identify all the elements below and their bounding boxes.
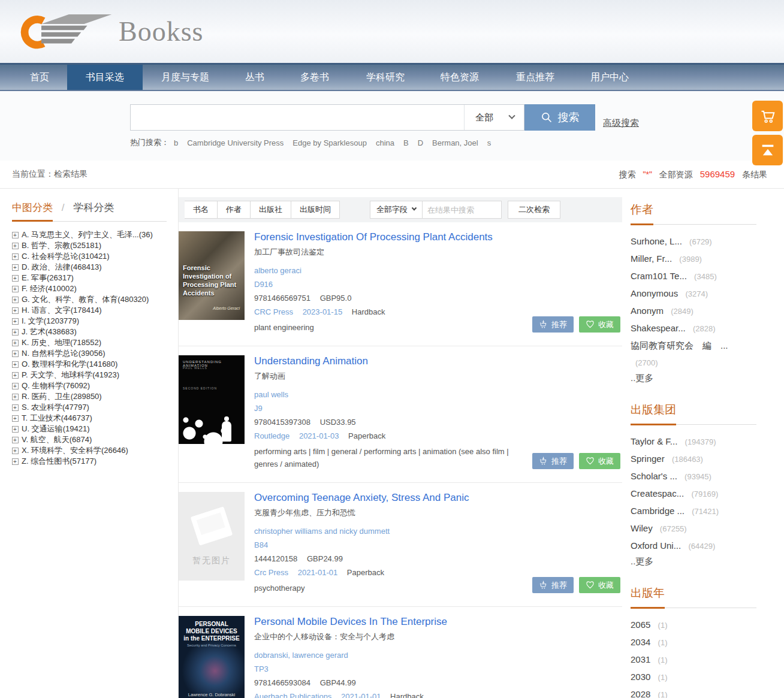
facet-link[interactable]: 2031 (631, 654, 650, 664)
search-scope-select[interactable]: 全部 (464, 105, 524, 130)
expand-icon[interactable] (12, 264, 19, 271)
book-publisher-link[interactable]: Crc Press (254, 568, 288, 577)
category-link[interactable]: G. 文化、科学、教育、体育480320 (22, 294, 149, 305)
facet-link[interactable]: Anonymous (631, 288, 678, 298)
category-link[interactable]: E. 军事26317 (22, 273, 74, 283)
sort-button[interactable]: 出版时间 (291, 201, 340, 219)
category-link[interactable]: N. 自然科学总论39056 (22, 348, 105, 359)
book-author-link[interactable]: paul wells (254, 390, 536, 399)
expand-icon[interactable] (12, 286, 19, 292)
sort-button[interactable]: 作者 (218, 201, 251, 219)
book-publisher-link[interactable]: CRC Press (254, 307, 293, 316)
category-link[interactable]: B. 哲学、宗教525181 (22, 240, 101, 251)
nav-book-selection[interactable]: 书目采选 (67, 65, 143, 90)
favorite-button[interactable]: 收藏 (579, 453, 620, 469)
hot-search-term[interactable]: D (418, 138, 423, 147)
cart-button[interactable] (752, 101, 783, 131)
expand-icon[interactable] (12, 448, 19, 454)
category-link[interactable]: V. 航空、航天6874 (22, 434, 92, 445)
hot-search-term[interactable]: Berman, Joel (432, 138, 478, 147)
book-clc-link[interactable]: D916 (254, 280, 536, 289)
category-link[interactable]: Q. 生物科学76092 (22, 380, 90, 391)
expand-icon[interactable] (12, 350, 19, 357)
facet-link[interactable]: 2065 (631, 620, 650, 630)
facet-link[interactable]: Springer (631, 454, 665, 464)
tab-subject-classification[interactable]: 学科分类 (73, 201, 114, 220)
recommend-button[interactable]: 推荐 (532, 577, 574, 593)
nav-featured-resources[interactable]: 特色资源 (423, 65, 496, 90)
expand-icon[interactable] (12, 394, 19, 400)
expand-icon[interactable] (12, 437, 19, 443)
expand-icon[interactable] (12, 297, 19, 303)
facet-link[interactable]: Wiley (631, 523, 653, 533)
hot-search-term[interactable]: china (376, 138, 394, 147)
book-author-link[interactable]: christopher williams and nicky dummett (254, 527, 536, 536)
back-to-top-button[interactable] (752, 135, 783, 165)
facet-link[interactable]: 2034 (631, 637, 650, 647)
category-link[interactable]: C. 社会科学总论310421 (22, 251, 110, 262)
facet-link[interactable]: 協同教育研究会 編 ... (631, 340, 728, 350)
tab-clc-classification[interactable]: 中图分类 (12, 201, 53, 222)
category-link[interactable]: X. 环境科学、安全科学26646 (22, 445, 128, 456)
nav-key-recommendations[interactable]: 重点推荐 (496, 65, 574, 90)
expand-icon[interactable] (12, 383, 19, 389)
category-link[interactable]: Z. 综合性图书57177 (22, 456, 97, 467)
category-link[interactable]: J. 艺术438683 (22, 327, 77, 337)
book-author-link[interactable]: dobranski, lawrence gerard (254, 651, 536, 660)
nav-home[interactable]: 首页 (12, 65, 67, 90)
expand-icon[interactable] (12, 458, 19, 465)
book-pubdate-link[interactable]: 2023-01-15 (303, 307, 343, 316)
expand-icon[interactable] (12, 307, 19, 314)
expand-icon[interactable] (12, 329, 19, 336)
nav-subject-research[interactable]: 学科研究 (348, 65, 423, 90)
facet-link[interactable]: Shakespear... (631, 323, 686, 333)
hot-search-term[interactable]: B (403, 138, 409, 147)
facet-link[interactable]: Surhone, L... (631, 236, 682, 246)
book-title-link[interactable]: Understanding Animation (254, 355, 536, 367)
search-button[interactable]: 搜索 (524, 104, 595, 131)
facet-link[interactable]: 2028 (631, 689, 650, 698)
expand-icon[interactable] (12, 232, 19, 238)
book-cover[interactable]: PERSONALMOBILE DEVICESin the ENTERPRISE … (179, 616, 245, 698)
nav-user-center[interactable]: 用户中心 (574, 65, 645, 90)
facet-link[interactable]: Miller, Fr... (631, 253, 672, 264)
recommend-button[interactable]: 推荐 (532, 316, 574, 333)
book-title-link[interactable]: Overcoming Teenage Anxiety, Stress And P… (254, 492, 536, 504)
expand-icon[interactable] (12, 253, 19, 260)
more-publishers-link[interactable]: ..更多 (631, 556, 653, 567)
sort-button[interactable]: 出版社 (251, 201, 291, 219)
favorite-button[interactable]: 收藏 (579, 577, 620, 593)
book-cover-placeholder[interactable]: 暂无图片 (179, 492, 245, 581)
category-link[interactable]: R. 医药、卫生289850 (22, 391, 102, 402)
site-logo[interactable]: Bookss (0, 0, 222, 54)
facet-link[interactable]: Cambridge ... (631, 506, 685, 516)
category-link[interactable]: S. 农业科学47797 (22, 402, 89, 413)
book-cover[interactable]: Understanding Animation Paul Wells Secon… (179, 355, 245, 444)
expand-icon[interactable] (12, 415, 19, 422)
book-pubdate-link[interactable]: 2021-01-01 (298, 568, 338, 577)
favorite-button[interactable]: 收藏 (579, 316, 620, 333)
book-clc-link[interactable]: J9 (254, 404, 536, 413)
category-link[interactable]: A. 马克思主义、列宁主义、毛泽...36 (22, 229, 153, 240)
book-clc-link[interactable]: TP3 (254, 664, 536, 673)
recommend-button[interactable]: 推荐 (532, 453, 574, 469)
category-link[interactable]: D. 政治、法律468413 (22, 262, 102, 273)
category-link[interactable]: P. 天文学、地球科学41923 (22, 370, 119, 380)
expand-icon[interactable] (12, 372, 19, 379)
refine-search-input[interactable] (423, 201, 502, 219)
book-pubdate-link[interactable]: 2021-01-03 (299, 431, 339, 440)
nav-series[interactable]: 丛书 (228, 65, 282, 90)
book-title-link[interactable]: Forensic Investigation Of Processing Pla… (254, 231, 536, 243)
facet-link[interactable]: Oxford Uni... (631, 540, 681, 551)
facet-link[interactable]: Scholar's ... (631, 471, 677, 481)
category-link[interactable]: T. 工业技术446737 (22, 413, 92, 424)
category-link[interactable]: F. 经济410002 (22, 283, 77, 294)
category-link[interactable]: O. 数理科学和化学141680 (22, 359, 117, 370)
hot-search-term[interactable]: s (487, 138, 491, 147)
facet-link[interactable]: Taylor & F... (631, 436, 677, 446)
book-title-link[interactable]: Personal Mobile Devices In The Enterpris… (254, 616, 536, 628)
sort-button[interactable]: 书名 (185, 201, 218, 219)
category-link[interactable]: I. 文学1203779 (22, 316, 79, 327)
category-link[interactable]: U. 交通运输19421 (22, 424, 89, 434)
secondary-search-button[interactable]: 二次检索 (508, 201, 560, 219)
